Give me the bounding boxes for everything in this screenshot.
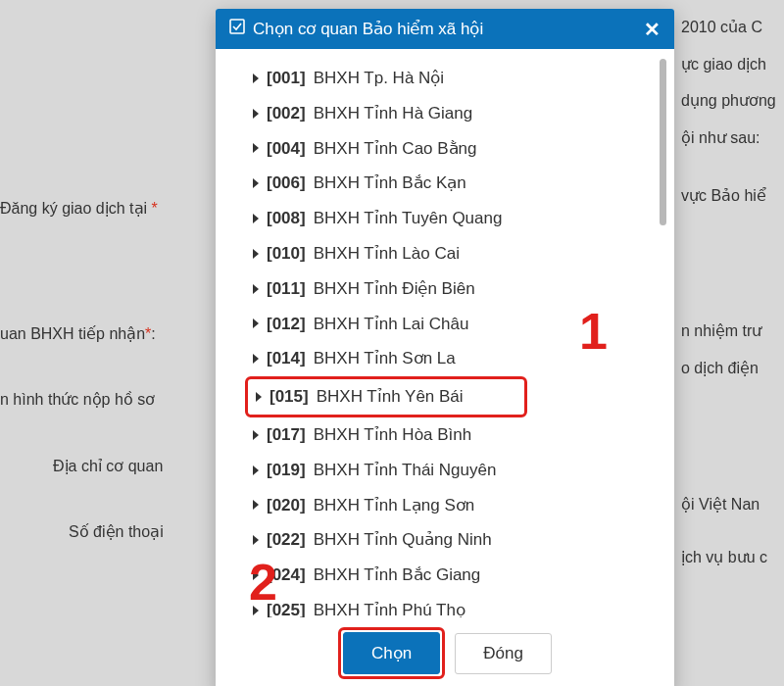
agency-code: [001]: [267, 67, 306, 90]
agency-item[interactable]: [006]BHXH Tỉnh Bắc Kạn: [225, 166, 664, 201]
agency-name: BHXH Tỉnh Lạng Sơn: [314, 494, 475, 517]
bg-text: dụng phương: [681, 88, 784, 114]
label-receive-agency: uan BHXH tiếp nhận*:: [0, 321, 164, 347]
bg-text: n nhiệm trư: [681, 318, 784, 344]
caret-right-icon: [253, 178, 259, 188]
agency-code: [014]: [267, 347, 306, 370]
agency-name: BHXH Tỉnh Phú Thọ: [314, 599, 466, 617]
agency-code: [006]: [267, 172, 306, 195]
close-icon[interactable]: ✕: [644, 20, 661, 39]
bg-text: 2010 của C: [681, 15, 784, 40]
caret-right-icon: [253, 318, 259, 328]
required-mark: *: [145, 325, 151, 342]
agency-item[interactable]: [024]BHXH Tỉnh Bắc Giang: [225, 558, 664, 593]
agency-item[interactable]: [025]BHXH Tỉnh Phú Thọ: [225, 593, 664, 617]
agency-item[interactable]: [017]BHXH Tỉnh Hòa Bình: [225, 417, 664, 453]
label-agency-address: Địa chỉ cơ quan: [0, 454, 164, 479]
modal-title-text: Chọn cơ quan Bảo hiểm xã hội: [253, 19, 483, 39]
agency-name: BHXH Tỉnh Cao Bằng: [314, 137, 477, 161]
caret-right-icon: [253, 354, 259, 364]
caret-right-icon: [253, 214, 259, 223]
agency-item[interactable]: [010]BHXH Tỉnh Lào Cai: [225, 236, 664, 271]
bg-text: ực giao dịch: [681, 52, 784, 77]
agency-code: [017]: [267, 423, 306, 447]
modal-footer: Chọn Đóng: [216, 617, 674, 686]
agency-name: BHXH Tỉnh Lai Châu: [314, 313, 469, 336]
bg-text: vực Bảo hiể: [681, 183, 784, 209]
agency-item[interactable]: [001]BHXH Tp. Hà Nội: [225, 61, 664, 96]
agency-item[interactable]: [020]BHXH Tỉnh Lạng Sơn: [225, 488, 664, 523]
bg-text: ội như sau:: [681, 125, 784, 151]
form-labels-left: Đăng ký giao dịch tại * uan BHXH tiếp nh…: [0, 196, 164, 586]
bg-text: ội Việt Nan: [681, 492, 784, 517]
agency-code: [008]: [267, 207, 306, 230]
annotation-highlight-2: Chọn: [338, 627, 445, 679]
agency-code: [010]: [267, 242, 306, 266]
agency-code: [019]: [267, 459, 306, 482]
check-square-icon: [229, 19, 245, 39]
caret-right-icon: [253, 74, 259, 83]
bg-text: o dịch điện: [681, 356, 784, 381]
caret-right-icon: [253, 109, 259, 119]
annotation-1: 1: [579, 302, 608, 361]
agency-name: BHXH Tỉnh Bắc Giang: [314, 564, 481, 587]
agency-item[interactable]: [022]BHXH Tỉnh Quảng Ninh: [225, 522, 664, 558]
agency-item[interactable]: [004]BHXH Tỉnh Cao Bằng: [225, 131, 664, 167]
agency-name: BHXH Tỉnh Hòa Bình: [314, 423, 472, 447]
agency-name: BHXH Tỉnh Tuyên Quang: [314, 207, 503, 230]
agency-code: [012]: [267, 313, 306, 336]
label-submit-method: n hình thức nộp hồ sơ: [0, 387, 164, 413]
agency-name: BHXH Tỉnh Hà Giang: [314, 102, 472, 125]
modal-header: Chọn cơ quan Bảo hiểm xã hội ✕: [216, 9, 674, 49]
agency-code: [002]: [267, 102, 306, 125]
label-register-at: Đăng ký giao dịch tại *: [0, 196, 164, 221]
agency-code: [015]: [270, 385, 309, 409]
svg-rect-0: [230, 20, 244, 33]
agency-code: [004]: [267, 137, 306, 161]
modal-body: [001]BHXH Tp. Hà Nội[002]BHXH Tỉnh Hà Gi…: [216, 49, 674, 617]
caret-right-icon: [256, 392, 262, 402]
agency-name: BHXH Tỉnh Thái Nguyên: [314, 459, 497, 482]
agency-code: [022]: [267, 528, 306, 552]
agency-code: [020]: [267, 494, 306, 517]
agency-name: BHXH Tỉnh Bắc Kạn: [314, 172, 466, 195]
agency-name: BHXH Tp. Hà Nội: [314, 67, 444, 90]
background-text-right: 2010 của C ực giao dịch dụng phương ội n…: [681, 15, 784, 581]
bg-text: ịch vụ bưu c: [681, 545, 784, 570]
caret-right-icon: [253, 143, 259, 153]
annotation-2: 2: [249, 553, 277, 612]
caret-right-icon: [253, 466, 259, 475]
agency-name: BHXH Tỉnh Lào Cai: [314, 242, 460, 266]
required-mark: *: [152, 200, 158, 217]
caret-right-icon: [253, 500, 259, 510]
close-button[interactable]: Đóng: [455, 633, 552, 674]
agency-item[interactable]: [015]BHXH Tỉnh Yên Bái: [245, 376, 527, 417]
caret-right-icon: [253, 249, 259, 259]
caret-right-icon: [253, 284, 259, 294]
caret-right-icon: [253, 430, 259, 440]
agency-name: BHXH Tỉnh Quảng Ninh: [314, 528, 492, 552]
scrollbar-thumb[interactable]: [660, 59, 666, 225]
label-phone: Số điện thoại: [0, 519, 164, 545]
agency-code: [011]: [267, 277, 306, 301]
select-button[interactable]: Chọn: [343, 632, 440, 674]
agency-item[interactable]: [019]BHXH Tỉnh Thái Nguyên: [225, 453, 664, 488]
caret-right-icon: [253, 535, 259, 545]
modal-select-agency: Chọn cơ quan Bảo hiểm xã hội ✕ [001]BHXH…: [216, 9, 674, 686]
agency-name: BHXH Tỉnh Sơn La: [314, 347, 456, 370]
agency-item[interactable]: [002]BHXH Tỉnh Hà Giang: [225, 96, 664, 131]
agency-name: BHXH Tỉnh Yên Bái: [317, 385, 464, 409]
agency-name: BHXH Tỉnh Điện Biên: [314, 277, 475, 301]
agency-item[interactable]: [008]BHXH Tỉnh Tuyên Quang: [225, 201, 664, 236]
